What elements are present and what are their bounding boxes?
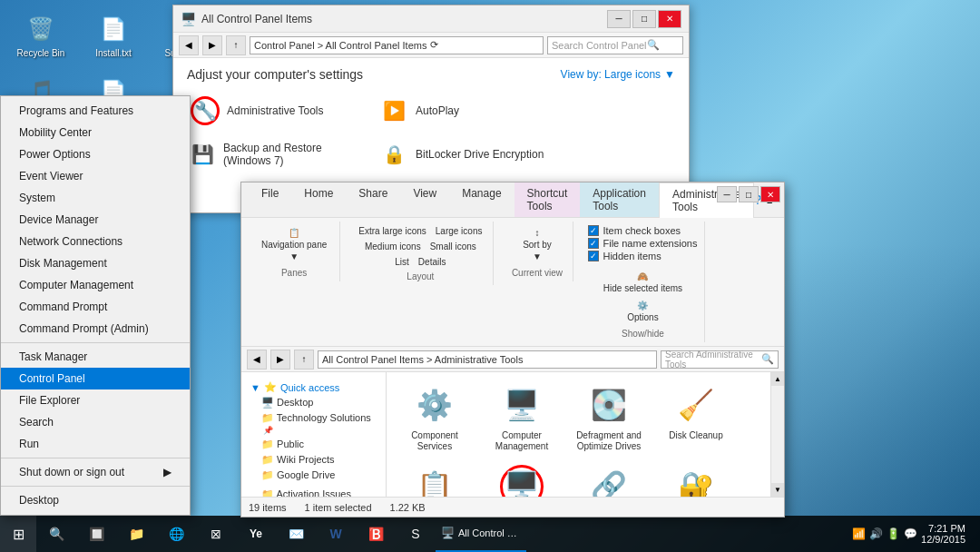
admin-icon-defrag[interactable]: 💽 Defragment and Optimize Drives <box>568 380 650 456</box>
ribbon-small-btn[interactable]: Small icons <box>426 241 480 252</box>
taskbar-sound-icon[interactable]: 🔊 <box>869 527 883 540</box>
taskbar-network-icon[interactable]: 📶 <box>852 527 866 540</box>
cm-power[interactable]: Power Options <box>1 143 190 165</box>
taskbar-browser[interactable]: 🌐 <box>156 516 196 552</box>
ribbon-sort-button[interactable]: ↕️ Sort by ▼ <box>517 225 557 264</box>
taskbar-clock[interactable]: 7:21 PM 12/9/2015 <box>921 523 973 545</box>
ribbon-details-btn[interactable]: Details <box>415 256 450 268</box>
cm-computer-mgmt[interactable]: Computer Management <box>1 274 190 296</box>
cp-back-button[interactable]: ◀ <box>179 35 199 55</box>
taskbar-mail[interactable]: ✉️ <box>276 516 316 552</box>
admin-address-bar[interactable]: All Control Panel Items > Administrative… <box>318 350 657 369</box>
disk-cleanup-label: Disk Cleanup <box>669 430 722 441</box>
ribbon-tab-view[interactable]: View <box>400 182 449 217</box>
sidebar-item-activation[interactable]: 📁 Activation Issues <box>247 487 380 497</box>
taskbar-task-view[interactable]: 🔲 <box>76 516 116 552</box>
cp-address-refresh[interactable]: ⟳ <box>430 39 438 51</box>
ribbon-extra-large-btn[interactable]: Extra large icons <box>355 225 429 237</box>
admin-up-button[interactable]: ↑ <box>294 350 314 370</box>
cp-item-admin-tools[interactable]: 🔧 Administrative Tools <box>187 93 368 129</box>
start-button[interactable]: ⊞ <box>0 516 36 552</box>
taskbar-notification-icon[interactable]: 💬 <box>904 527 917 540</box>
cp-maximize-button[interactable]: □ <box>632 10 656 28</box>
cb-item-check-boxes[interactable]: ✓ Item check boxes <box>588 225 697 236</box>
cp-close-button[interactable]: ✕ <box>658 10 681 28</box>
admin-icon-hyper-v[interactable]: 🖥️ Hyper-V Manager <box>481 461 563 497</box>
admin-icon-local-security[interactable]: 🔐 Local Security Policy <box>655 461 737 497</box>
admin-maximize-button[interactable]: □ <box>739 186 759 202</box>
taskbar-cp-window[interactable]: 🖥️ All Control Panel... <box>436 516 526 552</box>
taskbar-explorer[interactable]: 📁 <box>116 516 156 552</box>
scroll-down-button[interactable]: ▼ <box>771 483 785 497</box>
cm-cmd[interactable]: Command Prompt <box>1 296 190 318</box>
desktop-icon-recycle-bin[interactable]: 🗑️ Recycle Bin <box>9 9 73 63</box>
cm-search[interactable]: Search <box>1 411 190 433</box>
ribbon-tab-manage[interactable]: Manage <box>449 182 514 217</box>
admin-icon-computer-mgmt[interactable]: 🖥️ Computer Management <box>481 380 563 456</box>
sidebar-item-public[interactable]: 📁 Public <box>247 437 380 452</box>
computer-mgmt-label: Computer Management <box>485 430 559 452</box>
ribbon-medium-btn[interactable]: Medium icons <box>361 241 425 252</box>
sidebar-quickaccess-header[interactable]: ▼ ⭐ Quick access <box>247 380 380 395</box>
cm-disk-mgmt[interactable]: Disk Management <box>1 252 190 274</box>
cm-mobility[interactable]: Mobility Center <box>1 122 190 143</box>
defrag-icon: 💽 <box>587 383 631 427</box>
cm-task-manager[interactable]: Task Manager <box>1 346 190 368</box>
ribbon-hide-selected-button[interactable]: 🙈 Hide selected items <box>598 269 688 296</box>
ribbon-tab-home[interactable]: Home <box>291 182 346 217</box>
cm-device-manager[interactable]: Device Manager <box>1 209 190 231</box>
admin-icon-disk-cleanup[interactable]: 🧹 Disk Cleanup <box>655 380 737 456</box>
admin-icon-component-services[interactable]: ⚙️ Component Services <box>394 380 475 456</box>
admin-icon-iscsi[interactable]: 🔗 iSCSI Initiator <box>568 461 650 497</box>
cm-desktop[interactable]: Desktop <box>1 489 190 511</box>
ribbon-tab-shortcut[interactable]: Shortcut Tools <box>514 182 581 217</box>
admin-icon-event-viewer[interactable]: 📋 Event Viewer <box>394 461 475 497</box>
sidebar-item-wiki[interactable]: 📁 Wiki Projects <box>247 452 380 468</box>
cm-event-viewer[interactable]: Event Viewer <box>1 165 190 187</box>
cm-cmd-admin[interactable]: Command Prompt (Admin) <box>1 318 190 340</box>
taskbar-ye[interactable]: Ye <box>236 516 276 552</box>
desktop-icon-install[interactable]: 📄 Install.txt <box>82 9 145 63</box>
cp-address-bar[interactable]: Control Panel > All Control Panel Items … <box>250 36 544 54</box>
cm-shutdown[interactable]: Shut down or sign out ▶ <box>1 461 190 483</box>
admin-close-button[interactable]: ✕ <box>760 186 780 202</box>
admin-back-button[interactable]: ◀ <box>247 350 267 370</box>
sidebar-item-googledrive[interactable]: 📁 Google Drive <box>247 468 380 483</box>
cp-up-button[interactable]: ↑ <box>226 35 246 55</box>
admin-forward-button[interactable]: ▶ <box>270 350 290 370</box>
ribbon-list-btn[interactable]: List <box>391 256 413 268</box>
cp-search-bar[interactable]: Search Control Panel 🔍 <box>547 36 683 54</box>
cp-item-backup[interactable]: 💾 Backup and Restore (Windows 7) <box>187 136 368 172</box>
sidebar-item-desktop[interactable]: 🖥️ Desktop <box>247 395 380 410</box>
nav-pane-icon: 📋 <box>289 228 299 238</box>
cp-minimize-button[interactable]: ─ <box>607 10 631 28</box>
cp-item-bitlocker[interactable]: 🔒 BitLocker Drive Encryption <box>376 136 557 172</box>
ribbon-tab-file[interactable]: File <box>249 182 291 217</box>
taskbar-search[interactable]: 🔍 <box>36 516 76 552</box>
taskbar-store[interactable]: ⊠ <box>196 516 236 552</box>
cm-network[interactable]: Network Connections <box>1 231 190 252</box>
admin-search-bar[interactable]: Search Administrative Tools 🔍 <box>661 350 779 369</box>
cm-file-explorer[interactable]: File Explorer <box>1 389 190 411</box>
ribbon-nav-pane-button[interactable]: 📋 Navigation pane ▼ <box>256 225 332 264</box>
admin-minimize-button[interactable]: ─ <box>717 186 737 202</box>
taskbar-word[interactable]: W <box>316 516 356 552</box>
cp-forward-button[interactable]: ▶ <box>202 35 222 55</box>
ribbon-tab-apptools[interactable]: Application Tools <box>580 182 659 217</box>
cm-programs-features[interactable]: Programs and Features <box>1 100 190 122</box>
taskbar-app1[interactable]: 🅱️ <box>356 516 396 552</box>
ribbon-large-btn[interactable]: Large icons <box>432 225 486 237</box>
ribbon-tab-share[interactable]: Share <box>346 182 400 217</box>
cp-view-by[interactable]: View by: Large icons ▼ <box>561 68 675 81</box>
scroll-up-button[interactable]: ▲ <box>771 372 785 386</box>
cm-system[interactable]: System <box>1 187 190 209</box>
cb-file-name-ext[interactable]: ✓ File name extensions <box>588 238 697 249</box>
taskbar-app2[interactable]: S <box>396 516 436 552</box>
taskbar-battery-icon[interactable]: 🔋 <box>887 527 900 540</box>
cm-control-panel[interactable]: Control Panel <box>1 368 190 389</box>
sidebar-item-techsolutions[interactable]: 📁 Technology Solutions 📌 <box>247 410 380 437</box>
cp-item-autoplay[interactable]: ▶️ AutoPlay <box>376 93 557 129</box>
ribbon-options-button[interactable]: ⚙️ Options <box>598 298 688 325</box>
cb-hidden-items[interactable]: ✓ Hidden items <box>588 251 697 261</box>
cm-run[interactable]: Run <box>1 433 190 455</box>
